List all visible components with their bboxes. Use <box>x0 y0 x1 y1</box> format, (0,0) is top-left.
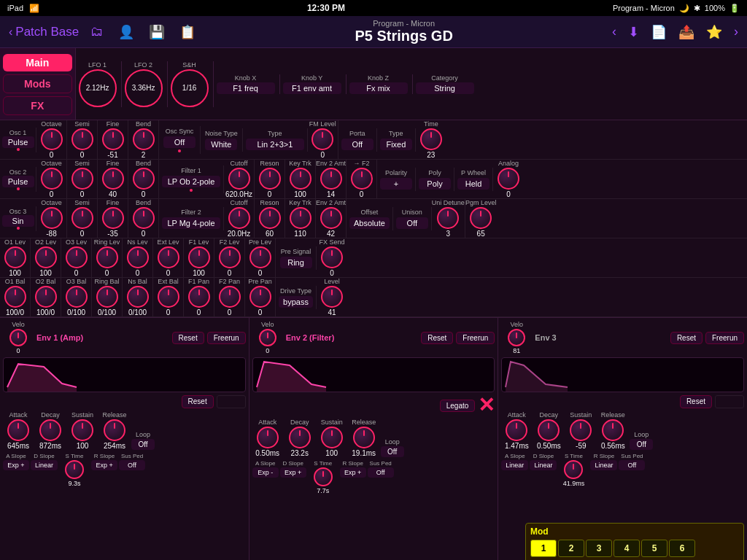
f2-cutoff-knob[interactable] <box>228 207 250 229</box>
env3-velo-knob[interactable] <box>508 329 525 346</box>
env1-reset-btn[interactable]: Reset <box>172 332 204 344</box>
f2-reson-knob[interactable] <box>259 207 281 229</box>
back-label[interactable]: Patch Base <box>15 25 79 39</box>
osc3-shape[interactable]: Sin <box>2 215 34 227</box>
env1-aslope-val[interactable]: Exp + <box>3 460 29 470</box>
osc3-fine-knob[interactable] <box>102 207 124 229</box>
filter2-type[interactable]: LP Mg 4-pole <box>162 217 220 229</box>
env1-dslope-val[interactable]: Linear <box>31 460 58 470</box>
env3-attack-knob[interactable] <box>506 419 527 441</box>
env1-loop-val[interactable]: Off <box>131 439 155 450</box>
o2lev-knob[interactable] <box>35 246 57 268</box>
f1-keytrk-knob[interactable] <box>290 168 311 190</box>
osc1-fine-knob[interactable] <box>102 128 124 150</box>
env1-rslope-val[interactable]: Exp + <box>91 460 117 470</box>
osc1-semi-knob[interactable] <box>71 128 93 150</box>
env2-release-knob[interactable] <box>353 427 375 448</box>
osc2-shape[interactable]: Pulse <box>2 176 34 187</box>
env2-sustain-knob[interactable] <box>321 427 343 448</box>
tab-fx[interactable]: FX <box>3 96 72 115</box>
env1-susped-val[interactable]: Off <box>119 460 145 470</box>
env2-attack-knob[interactable] <box>257 427 279 448</box>
f2-offset-val[interactable]: Absolute <box>349 217 390 229</box>
mod-tab-5[interactable]: 5 <box>641 540 667 557</box>
f1-f2-knob[interactable] <box>351 168 373 190</box>
env1-velo-knob[interactable] <box>9 329 27 346</box>
f1-env2amt-knob[interactable] <box>320 168 342 190</box>
env2-velo-knob[interactable] <box>259 329 276 346</box>
env3-rslope-val[interactable]: Linear <box>590 460 617 470</box>
extlev-knob[interactable] <box>158 246 179 268</box>
f2-env2amt-knob[interactable] <box>320 207 342 229</box>
nav-share-icon[interactable]: 📤 <box>678 24 694 40</box>
env1-freerun-btn[interactable]: Freerun <box>207 332 246 344</box>
env3-loop-val[interactable]: Off <box>630 439 653 450</box>
prepan-knob[interactable] <box>249 286 271 308</box>
poly-val[interactable]: Poly <box>419 178 451 190</box>
unison-val[interactable]: Off <box>396 217 428 229</box>
porta-time-knob[interactable] <box>420 128 442 150</box>
env1-decay-knob[interactable] <box>39 419 61 441</box>
f2lev-knob[interactable] <box>219 246 241 268</box>
mod-tab-3[interactable]: 3 <box>586 540 612 557</box>
nav-next-icon[interactable]: › <box>734 24 738 39</box>
nslev-knob[interactable] <box>127 246 149 268</box>
env3-susped-val[interactable]: Off <box>619 460 645 470</box>
osc3-octave-knob[interactable] <box>41 207 63 229</box>
sh-knob[interactable]: 1/16 <box>171 69 209 107</box>
env2-loop-val[interactable]: Off <box>381 446 404 457</box>
env1-release-knob[interactable] <box>104 419 125 441</box>
nsbal-knob[interactable] <box>127 286 149 308</box>
nav-star-icon[interactable]: ⭐ <box>706 24 722 40</box>
osc3-bend-knob[interactable] <box>133 207 155 229</box>
pgm-level-knob[interactable] <box>470 207 492 229</box>
osc-sync-val[interactable]: Off <box>163 136 196 148</box>
fxsend-knob[interactable] <box>321 246 343 268</box>
back-button[interactable]: ‹ Patch Base <box>9 25 79 39</box>
extbal-knob[interactable] <box>158 286 179 308</box>
o1lev-knob[interactable] <box>4 246 26 268</box>
env2-decay-knob[interactable] <box>289 427 311 448</box>
osc3-semi-knob[interactable] <box>71 207 93 229</box>
category-value[interactable]: String <box>416 82 474 94</box>
f2pan-knob[interactable] <box>219 286 241 308</box>
f2-keytrk-knob[interactable] <box>290 207 311 229</box>
nav-prev-icon[interactable]: ‹ <box>612 24 616 39</box>
folder-icon[interactable]: 🗂 <box>90 24 104 39</box>
porta-type-val[interactable]: Fixed <box>380 139 412 150</box>
o1bal-knob[interactable] <box>4 286 26 308</box>
noise-type-val[interactable]: White <box>205 139 237 150</box>
env3-stime-knob[interactable] <box>564 460 583 479</box>
fm-type-val[interactable]: Lin 2+3>1 <box>246 139 304 150</box>
save-icon[interactable]: 💾 <box>149 24 165 40</box>
drive-type-val[interactable]: bypass <box>279 296 313 308</box>
polarity-val[interactable]: + <box>380 178 412 190</box>
lfo2-knob[interactable]: 3.36Hz <box>125 69 163 107</box>
mod-tab-2[interactable]: 2 <box>558 540 584 557</box>
env2-susped-val[interactable]: Off <box>368 467 394 478</box>
uni-detune-knob[interactable] <box>437 207 459 229</box>
env2-rslope-val[interactable]: Exp + <box>340 467 366 478</box>
env1-attack-knob[interactable] <box>7 419 29 441</box>
fm-level-knob[interactable] <box>311 128 333 150</box>
knobx-value[interactable]: F1 freq <box>217 82 275 94</box>
env1-reset2-btn[interactable]: Reset <box>182 395 214 408</box>
env3-decay-knob[interactable] <box>538 419 560 441</box>
porta-val[interactable]: Off <box>341 139 374 150</box>
env2-legato-btn[interactable]: Legato <box>440 400 476 412</box>
env2-stime-knob[interactable] <box>314 467 333 486</box>
prelev-knob[interactable] <box>249 246 271 268</box>
osc2-octave-knob[interactable] <box>41 168 63 190</box>
lfo1-knob[interactable]: 2.12Hz <box>79 69 117 107</box>
f1-analog-knob[interactable] <box>498 168 519 190</box>
filter1-type[interactable]: LP Ob 2-pole <box>162 176 220 187</box>
env3-sustain-knob[interactable] <box>570 419 592 441</box>
tab-main[interactable]: Main <box>3 54 72 71</box>
osc1-octave-knob[interactable] <box>41 128 63 150</box>
env3-dslope-val[interactable]: Linear <box>530 460 557 470</box>
osc2-fine-knob[interactable] <box>102 168 124 190</box>
nav-doc-icon[interactable]: 📄 <box>651 24 667 40</box>
env2-dslope-val[interactable]: Exp + <box>280 467 306 478</box>
osc2-bend-knob[interactable] <box>133 168 155 190</box>
mod-tab-1[interactable]: 1 <box>530 540 557 557</box>
